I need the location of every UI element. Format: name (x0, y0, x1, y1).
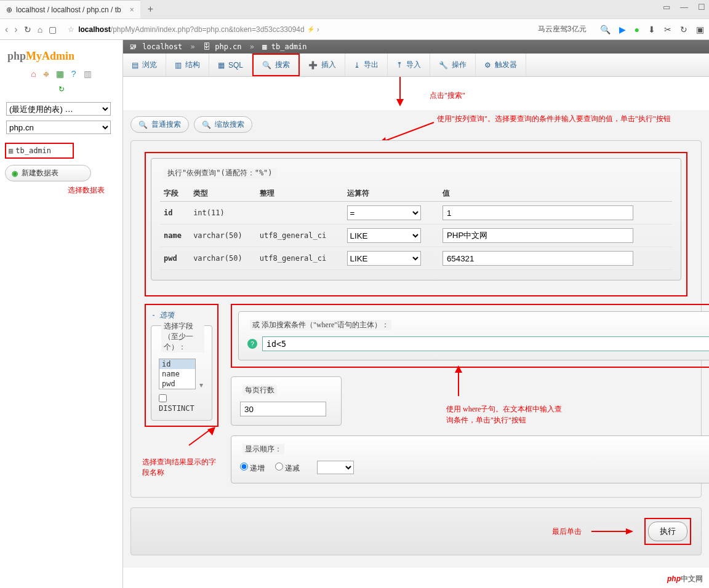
tab-triggers[interactable]: ⚙触发器 (476, 54, 526, 76)
new-tab-button[interactable]: + (140, 4, 161, 15)
where-input[interactable] (262, 336, 709, 351)
breadcrumb-db[interactable]: php.cn (215, 42, 241, 51)
subtab-zoom-search[interactable]: 🔍缩放搜索 (194, 116, 252, 133)
cell-field: pwd (160, 247, 190, 270)
refresh-tree-icon[interactable]: ↻ (58, 85, 65, 93)
field-option[interactable]: id (159, 359, 195, 369)
browser-tab[interactable]: ⊕ localhost / localhost / php.cn / tb × (0, 0, 140, 18)
refresh-icon[interactable]: ↻ (680, 25, 687, 34)
tab-bar: ⊕ localhost / localhost / php.cn / tb × … (0, 0, 709, 18)
import-icon: ⤒ (396, 61, 403, 70)
arrow-up-icon (440, 365, 477, 402)
tab-browse[interactable]: ▤浏览 (123, 54, 166, 76)
qbe-title: 执行"依例查询"(通配符："%") (164, 168, 276, 178)
reload-icon[interactable]: ↻ (24, 25, 31, 34)
where-legend: 或 添加搜索条件（"where"语句的主体）： (250, 320, 391, 330)
breadcrumb-table[interactable]: tb_admin (271, 42, 307, 51)
annotation-use-col-query: 使用"按列查询"。选择要查询的条件并输入要查询的值，单击"执行"按钮 (437, 114, 671, 124)
select-fields-fieldset: 选择字段（至少一个）： id name pwd ▾ (151, 325, 212, 421)
exec-highlight: 执行 (644, 518, 691, 545)
home-icon[interactable]: ⌂ (38, 25, 42, 34)
distinct-checkbox[interactable] (159, 394, 167, 402)
nav-forward-icon[interactable]: › (14, 24, 17, 35)
rows-per-page-input[interactable] (240, 402, 326, 416)
search-tab-icon: 🔍 (262, 61, 271, 70)
cell-type: varchar(50) (190, 247, 256, 270)
download-icon[interactable]: ⬇ (648, 25, 655, 34)
svg-marker-1 (396, 99, 404, 106)
window-maximize-icon[interactable]: ☐ (698, 2, 705, 12)
new-table-button[interactable]: ◉ 新建数据表 (5, 165, 91, 181)
search-icon: 🔍 (138, 121, 148, 129)
options-link[interactable]: - 选项 (151, 310, 212, 320)
save-page-icon[interactable]: ▣ (696, 25, 704, 34)
browser-rhs-icons: 🔍 ▶ ● ⬇ ✂ ↻ ▣ (600, 25, 704, 34)
tab-operations[interactable]: 🔧操作 (430, 54, 476, 76)
exit-icon[interactable]: ⎆ (44, 69, 49, 79)
table-bc-icon: ▦ (262, 42, 266, 51)
value-input[interactable] (443, 251, 633, 266)
window-minimize-icon[interactable]: ― (680, 2, 688, 12)
field-option[interactable]: name (159, 369, 195, 379)
operator-select[interactable]: = (347, 205, 421, 220)
tab-close-icon[interactable]: × (130, 6, 134, 14)
tab-search[interactable]: 🔍搜索 (252, 54, 300, 76)
field-multiselect[interactable]: id name pwd (159, 359, 196, 389)
operator-select[interactable]: LIKE (347, 251, 421, 266)
help-icon[interactable]: ? (247, 339, 257, 349)
where-highlight: 或 添加搜索条件（"where"语句的主体）： ? (231, 304, 709, 368)
bookmark-star-icon[interactable]: ☆ (68, 25, 74, 34)
value-input[interactable] (443, 228, 633, 243)
qbe-fieldset: 执行"依例查询"(通配符："%") 字段 类型 整理 运算符 值 idint(1… (151, 158, 681, 280)
globe-icon: ⊕ (6, 6, 12, 14)
cell-collation: utf8_general_ci (256, 224, 343, 247)
svg-marker-7 (455, 365, 462, 373)
qbe-highlight: 执行"依例查询"(通配符："%") 字段 类型 整理 运算符 值 idint(1… (145, 152, 687, 296)
brand-footer: php中文网 (667, 574, 703, 584)
database-select[interactable]: php.cn (6, 121, 111, 134)
th-value: 值 (439, 186, 672, 202)
zoom-icon: 🔍 (202, 121, 211, 129)
db-icon: 🗄 (203, 42, 210, 51)
subtab-normal-search[interactable]: 🔍普通搜索 (130, 116, 189, 133)
trigger-icon: ⚙ (484, 61, 491, 70)
tab-insert[interactable]: ➕插入 (300, 54, 345, 76)
sidebar-table-item[interactable]: ▦ tb_admin (5, 143, 74, 159)
sidebar-quick-icons: ⌂ ⎆ ▦ ? ▥ (5, 69, 118, 79)
tab-sql[interactable]: ▦SQL (209, 54, 252, 76)
execute-button[interactable]: 执行 (648, 522, 687, 541)
url-bar[interactable]: ☆ localhost/phpMyAdmin/index.php?db=php.… (63, 22, 532, 37)
order-fieldset: 显示顺序： 递增 递减 (231, 435, 709, 483)
home-db-icon[interactable]: ⌂ (31, 69, 36, 79)
scissors-icon[interactable]: ✂ (664, 25, 671, 34)
chevron-right-icon[interactable]: › (317, 25, 319, 34)
sql-run-icon[interactable]: ▦ (56, 69, 64, 79)
insert-icon: ➕ (308, 61, 318, 70)
tab-import[interactable]: ⤒导入 (388, 54, 430, 76)
nav-back-icon[interactable]: ‹ (5, 24, 8, 35)
th-operator: 运算符 (343, 186, 439, 202)
select-fields-legend: 选择字段（至少一个）： (161, 321, 204, 352)
doc-icon[interactable]: ▥ (84, 69, 92, 79)
breadcrumb-server[interactable]: localhost (142, 42, 182, 51)
order-asc[interactable]: 递增 (240, 464, 265, 472)
chevron-down-icon[interactable]: ▾ (199, 381, 203, 389)
tab-structure[interactable]: ▥结构 (166, 54, 209, 76)
new-table-label: 新建数据表 (22, 168, 58, 178)
help-icon[interactable]: ? (71, 69, 76, 79)
order-desc[interactable]: 递减 (275, 464, 300, 472)
search-icon[interactable]: 🔍 (600, 25, 611, 34)
field-option[interactable]: pwd (159, 379, 195, 389)
window-restore-icon[interactable]: ▭ (663, 2, 670, 12)
order-column-select[interactable] (317, 461, 354, 474)
reader-icon[interactable]: ▢ (49, 25, 57, 34)
wechat-icon[interactable]: ● (635, 25, 639, 34)
recent-tables-select[interactable]: (最近使用的表) … (6, 102, 111, 116)
operator-select[interactable]: LIKE (347, 228, 421, 243)
play-icon[interactable]: ▶ (619, 25, 626, 34)
suggestion-text: 马云座驾3亿元 (538, 24, 587, 34)
annotation-where: 使用 where子句。在文本框中输入查询条件，单击"执行"按钮 (446, 403, 569, 426)
value-input[interactable] (443, 205, 633, 220)
tab-export[interactable]: ⤓导出 (345, 54, 388, 76)
tabs: ▤浏览 ▥结构 ▦SQL 🔍搜索 ➕插入 ⤓导出 ⤒导入 🔧操作 ⚙触发器 (123, 54, 709, 77)
